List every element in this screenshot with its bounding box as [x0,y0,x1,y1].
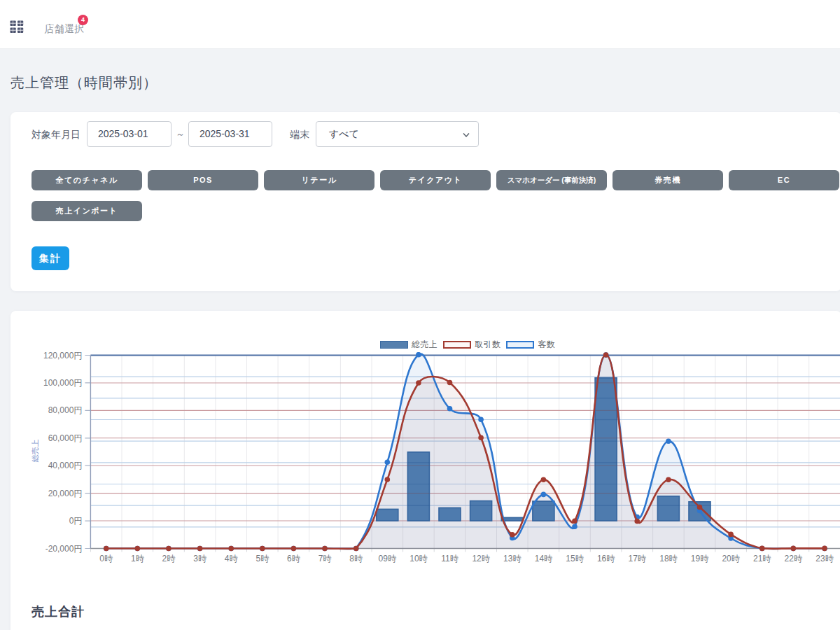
svg-text:11時: 11時 [441,554,458,564]
svg-text:13時: 13時 [503,554,522,564]
svg-text:8時: 8時 [349,554,363,564]
svg-text:0時: 0時 [99,554,113,564]
svg-text:3時: 3時 [193,554,207,564]
svg-text:21時: 21時 [753,554,771,564]
svg-text:0円: 0円 [69,516,83,526]
svg-text:-20,000円: -20,000円 [46,544,83,554]
svg-text:15時: 15時 [566,554,584,564]
svg-text:22時: 22時 [785,554,803,564]
svg-text:40,000円: 40,000円 [48,461,83,470]
svg-text:5時: 5時 [255,554,270,564]
svg-text:120,000円: 120,000円 [43,351,82,360]
svg-text:1時: 1時 [131,554,145,564]
svg-text:18時: 18時 [659,554,678,564]
svg-text:100,000円: 100,000円 [43,378,82,388]
svg-text:総売上: 総売上 [31,440,39,463]
svg-text:2時: 2時 [162,554,176,564]
svg-text:60,000円: 60,000円 [48,433,83,443]
svg-text:20時: 20時 [722,554,740,564]
svg-text:80,000円: 80,000円 [48,405,83,415]
svg-text:16時: 16時 [597,554,615,564]
svg-text:12時: 12時 [472,554,490,564]
svg-text:7時: 7時 [318,554,332,564]
svg-text:14時: 14時 [535,554,553,564]
svg-text:17時: 17時 [629,554,647,564]
svg-text:10時: 10時 [410,554,428,564]
svg-text:20,000円: 20,000円 [48,489,83,498]
svg-text:6時: 6時 [287,554,301,564]
svg-text:4時: 4時 [225,554,239,564]
svg-text:23時: 23時 [816,554,834,564]
svg-text:09時: 09時 [379,554,397,564]
svg-text:19時: 19時 [691,554,709,564]
